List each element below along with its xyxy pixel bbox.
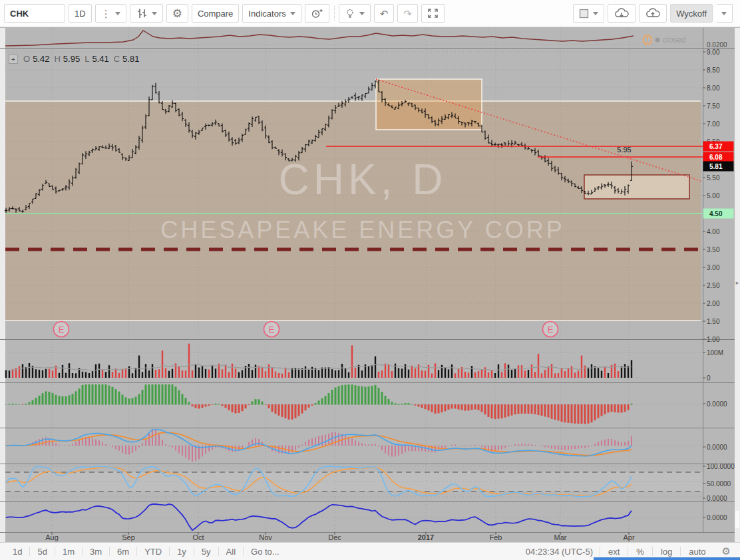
horizontal-scrollbar[interactable] xyxy=(594,557,740,560)
save-chart-button[interactable] xyxy=(639,4,667,23)
svg-text:4.00: 4.00 xyxy=(707,228,720,235)
chart-canvas[interactable]: ▸CHK, DCHESAPEAKE ENERGY CORP!closed0.02… xyxy=(0,0,740,560)
svg-text:Sep: Sep xyxy=(122,533,135,541)
open-value: 5.42 xyxy=(33,54,49,64)
range-1y[interactable]: 1y xyxy=(170,547,194,557)
extended-hours-toggle[interactable]: ext xyxy=(600,547,628,557)
account-menu-button[interactable] xyxy=(716,4,733,23)
layout-square-icon xyxy=(579,9,589,19)
range-5d[interactable]: 5d xyxy=(30,547,54,557)
interval-menu-button[interactable]: ⋮ xyxy=(95,4,126,23)
svg-text:100.0000: 100.0000 xyxy=(707,463,735,470)
svg-text:5.95: 5.95 xyxy=(617,146,631,154)
chart-properties-button[interactable]: ⚙ xyxy=(166,4,188,23)
svg-text:5.81: 5.81 xyxy=(709,163,723,170)
svg-text:1.50: 1.50 xyxy=(707,318,720,325)
undo-icon: ↶ xyxy=(380,9,389,19)
range-all[interactable]: All xyxy=(219,547,243,557)
svg-text:Apr: Apr xyxy=(623,533,634,541)
close-value: 5.81 xyxy=(122,54,139,64)
redo-button[interactable]: ↷ xyxy=(397,4,418,23)
toolbar-separator xyxy=(334,6,335,21)
svg-text:E: E xyxy=(269,325,275,335)
range-6m[interactable]: 6m xyxy=(110,547,136,557)
percent-scale-toggle[interactable]: % xyxy=(628,547,652,557)
svg-text:6.08: 6.08 xyxy=(709,154,723,161)
svg-text:CHESAPEAKE ENERGY CORP: CHESAPEAKE ENERGY CORP xyxy=(160,216,565,243)
log-scale-toggle[interactable]: log xyxy=(653,547,680,557)
svg-text:4.50: 4.50 xyxy=(709,210,723,217)
auto-scale-toggle[interactable]: auto xyxy=(681,547,713,557)
range-1m[interactable]: 1m xyxy=(55,547,82,557)
lightbulb-icon xyxy=(345,8,355,19)
redo-icon: ↷ xyxy=(403,9,412,19)
ohlc-legend: + O5.42 H5.95 L5.41 C5.81 xyxy=(9,54,144,64)
indicators-button[interactable]: Indicators xyxy=(242,4,301,23)
svg-text:2017: 2017 xyxy=(418,533,434,541)
svg-text:6.37: 6.37 xyxy=(709,143,723,150)
high-value: 5.95 xyxy=(63,54,80,64)
svg-text:Oct: Oct xyxy=(192,533,204,541)
svg-text:3.00: 3.00 xyxy=(707,264,720,271)
load-chart-button[interactable] xyxy=(608,4,636,23)
indicators-label: Indicators xyxy=(248,9,285,19)
svg-text:7.00: 7.00 xyxy=(707,120,720,128)
clock-label[interactable]: 04:23:34 (UTC-5) xyxy=(526,547,600,557)
svg-text:1.00: 1.00 xyxy=(707,336,720,343)
svg-text:Aug: Aug xyxy=(45,533,59,541)
chart-style-button[interactable] xyxy=(130,4,163,23)
high-label: H xyxy=(54,54,60,64)
range-5y[interactable]: 5y xyxy=(194,547,218,557)
svg-text:5.50: 5.50 xyxy=(707,174,720,182)
open-label: O xyxy=(23,54,30,64)
svg-text:Nov: Nov xyxy=(259,533,272,541)
goto-date-button[interactable]: Go to... xyxy=(244,547,287,557)
svg-text:▸: ▸ xyxy=(736,279,739,286)
add-indicator-icon[interactable]: + xyxy=(9,55,18,64)
chevron-down-icon xyxy=(152,12,157,15)
svg-text:CHK, D: CHK, D xyxy=(279,156,447,204)
close-label: C xyxy=(114,54,120,64)
account-button[interactable]: Wyckoff xyxy=(670,4,713,23)
svg-text:100M: 100M xyxy=(707,349,723,356)
svg-text:!: ! xyxy=(646,37,648,44)
add-alert-button[interactable] xyxy=(305,4,329,23)
gear-icon: ⚙ xyxy=(172,8,182,19)
interval-button[interactable]: 1D xyxy=(69,4,92,23)
alarm-clock-plus-icon xyxy=(311,8,323,19)
svg-text:2.50: 2.50 xyxy=(707,282,720,289)
chevron-down-icon xyxy=(593,12,598,15)
chevron-down-icon xyxy=(115,12,120,15)
range-3m[interactable]: 3m xyxy=(83,547,109,557)
svg-text:9.00: 9.00 xyxy=(707,49,720,56)
chevron-down-icon xyxy=(359,12,365,15)
chevron-down-icon xyxy=(721,12,727,15)
svg-text:3.50: 3.50 xyxy=(707,246,720,253)
range-1d[interactable]: 1d xyxy=(5,547,29,557)
bar-chart-icon xyxy=(136,8,148,19)
svg-text:0.0000: 0.0000 xyxy=(707,400,727,408)
svg-text:0.0000: 0.0000 xyxy=(707,514,727,521)
symbol-input[interactable]: CHK xyxy=(4,4,65,23)
ideas-button[interactable] xyxy=(339,4,371,23)
chevron-down-icon xyxy=(290,12,295,15)
fullscreen-icon xyxy=(427,8,439,19)
svg-text:0.0200: 0.0200 xyxy=(707,41,727,49)
low-label: L xyxy=(85,54,89,64)
cloud-download-icon xyxy=(614,7,630,19)
low-value: 5.41 xyxy=(92,54,108,64)
undo-button[interactable]: ↶ xyxy=(374,4,395,23)
compare-button[interactable]: Compare xyxy=(192,4,239,23)
fullscreen-button[interactable] xyxy=(421,4,445,23)
svg-text:0.0000: 0.0000 xyxy=(707,495,727,502)
toolbar-right-group: Wyckoff xyxy=(573,4,736,23)
top-toolbar: CHK 1D ⋮ ⚙ Compare Indicators xyxy=(0,0,740,27)
svg-text:8.00: 8.00 xyxy=(707,84,720,92)
scales-settings-gear-icon[interactable]: ⚙ xyxy=(714,545,735,557)
cloud-upload-icon xyxy=(645,7,661,19)
menu-dots-icon: ⋮ xyxy=(101,9,111,19)
charting-app: CHK 1D ⋮ ⚙ Compare Indicators xyxy=(0,0,740,560)
layout-select-button[interactable] xyxy=(573,4,604,23)
range-ytd[interactable]: YTD xyxy=(137,547,169,557)
svg-text:Dec: Dec xyxy=(328,533,341,541)
